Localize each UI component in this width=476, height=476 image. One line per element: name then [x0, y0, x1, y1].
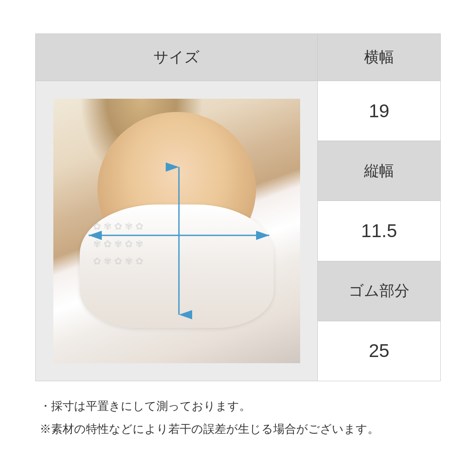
- header-width-label: 横幅: [318, 34, 440, 81]
- notes-section: ・採寸は平置きにして測っております。 ※素材の特性などにより若干の誤差が生じる場…: [35, 397, 441, 443]
- label-row-tate: 縦幅: [318, 141, 440, 201]
- header-size-label: サイズ: [36, 34, 318, 81]
- size-header-text: サイズ: [153, 48, 200, 65]
- gomu-label-text: ゴム部分: [349, 281, 409, 301]
- label-row-gomu: ゴム部分: [318, 261, 440, 321]
- width-header-text: 横幅: [364, 48, 394, 65]
- size-table: サイズ 横幅: [35, 33, 441, 381]
- mask-image-container: [53, 99, 300, 363]
- value-row-2: 11.5: [318, 201, 440, 261]
- table-content-row: 19 縦幅 11.5 ゴム部分 25: [36, 81, 440, 381]
- image-cell: [36, 81, 318, 381]
- note-line-2: ※素材の特性などにより若干の誤差が生じる場合がございます。: [40, 420, 436, 439]
- note-line-1: ・採寸は平置きにして測っております。: [40, 397, 436, 416]
- values-column: 19 縦幅 11.5 ゴム部分 25: [318, 81, 440, 381]
- value-row-1: 19: [318, 81, 440, 141]
- value-row-3: 25: [318, 321, 440, 381]
- width-value: 19: [369, 100, 390, 122]
- table-header-row: サイズ 横幅: [36, 34, 440, 81]
- tate-label-text: 縦幅: [364, 161, 394, 181]
- gomu-value: 25: [369, 340, 390, 361]
- measurement-arrows-svg: [53, 99, 300, 363]
- page-container: サイズ 横幅: [0, 0, 476, 476]
- height-value: 11.5: [361, 220, 397, 242]
